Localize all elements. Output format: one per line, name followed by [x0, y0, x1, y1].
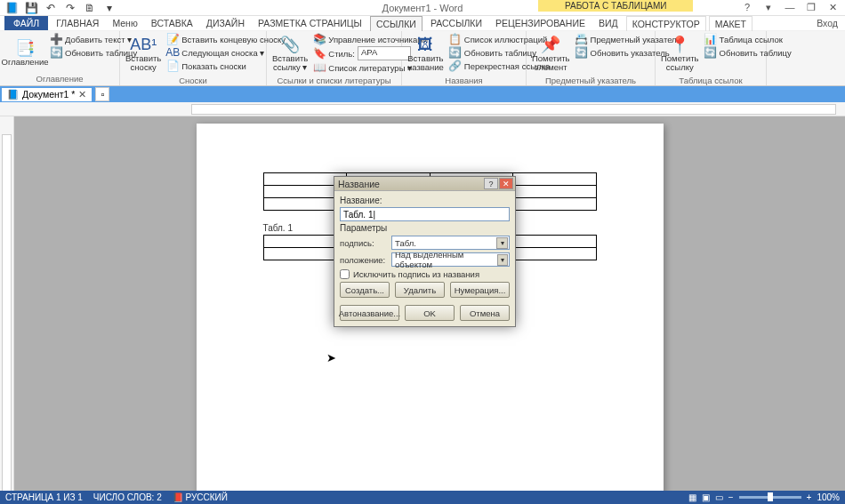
- doc-icon[interactable]: 🗎: [82, 1, 98, 15]
- mark-citation-icon: 📍: [670, 35, 689, 54]
- document-tabs: 📘 Документ1 * ✕ ▫: [0, 86, 845, 102]
- exclude-checkbox-row[interactable]: Исключить подпись из названия: [340, 269, 510, 279]
- dialog-close-icon[interactable]: ✕: [499, 178, 513, 189]
- dialog-body: Название: Параметры подпись: Табл. ▾ пол…: [334, 191, 515, 326]
- group-toc: 📑 Оглавление ➕Добавить текст ▾ 🔄Обновить…: [0, 31, 120, 85]
- numbering-button[interactable]: Нумерация...: [450, 282, 510, 298]
- group-citations: 📎 Вставить ссылку ▾ 📚Управление источник…: [267, 31, 402, 85]
- group-label: Таблица ссылок: [659, 75, 762, 85]
- refresh-icon: 🔄: [704, 46, 717, 59]
- delete-button[interactable]: Удалить: [395, 282, 445, 298]
- view-print-icon[interactable]: ▣: [702, 492, 710, 502]
- list-icon: 📋: [449, 33, 462, 45]
- dialog-help-icon[interactable]: ?: [484, 178, 498, 189]
- tab-maket[interactable]: МАКЕТ: [709, 16, 752, 31]
- caption-icon: 🖼: [415, 35, 435, 54]
- toc-icon: 📑: [15, 38, 35, 58]
- tab-file[interactable]: ФАЙЛ: [4, 16, 48, 30]
- citation-icon: 📎: [280, 35, 300, 54]
- chevron-down-icon[interactable]: ▾: [497, 254, 508, 266]
- endnote-icon: 📝: [166, 33, 179, 45]
- login-link[interactable]: Вход: [817, 18, 838, 28]
- group-toa: 📍 Пометить ссылку 📊Таблица ссылок 🔄Обнов…: [656, 31, 767, 85]
- tab-review[interactable]: РЕЦЕНЗИРОВАНИЕ: [490, 16, 591, 30]
- tab-design[interactable]: ДИЗАЙН: [201, 16, 250, 30]
- ruler-horizontal[interactable]: [0, 102, 845, 116]
- window-controls: ? ▾ — ❐ ✕: [740, 2, 845, 13]
- dialog-title-text: Название: [338, 179, 380, 189]
- minimize-button[interactable]: —: [783, 2, 797, 13]
- ribbon-options-icon[interactable]: ▾: [761, 2, 776, 13]
- help-button[interactable]: ?: [740, 2, 754, 13]
- close-button[interactable]: ✕: [825, 2, 840, 13]
- zoom-in-icon[interactable]: +: [807, 492, 812, 502]
- group-index: 📌 Пометить элемент 📇Предметный указатель…: [527, 31, 656, 85]
- save-icon[interactable]: 💾: [23, 1, 39, 15]
- tab-references[interactable]: ССЫЛКИ: [370, 16, 422, 31]
- next-icon: AB: [166, 46, 179, 59]
- ruler-vertical[interactable]: [0, 116, 14, 504]
- update-toa-button[interactable]: 🔄Обновить таблицу: [703, 46, 793, 59]
- insert-citation-button[interactable]: 📎 Вставить ссылку ▾: [270, 33, 310, 75]
- position-label: положение:: [340, 255, 388, 265]
- language-status[interactable]: 📕 РУССКИЙ: [173, 492, 228, 502]
- mark-entry-button[interactable]: 📌 Пометить элемент: [530, 33, 572, 75]
- group-footnotes: AB¹ Вставить сноску 📝Вставить концевую с…: [120, 31, 267, 85]
- tab-home[interactable]: ГЛАВНАЯ: [51, 16, 104, 30]
- view-read-icon[interactable]: ▦: [688, 492, 696, 502]
- tab-close-icon[interactable]: ✕: [78, 89, 86, 100]
- dialog-titlebar[interactable]: Название ? ✕: [334, 177, 515, 191]
- zoom-value[interactable]: 100%: [817, 492, 840, 502]
- ribbon: 📑 Оглавление ➕Добавить текст ▾ 🔄Обновить…: [0, 31, 845, 86]
- zoom-out-icon[interactable]: −: [728, 492, 734, 502]
- style-icon: 🔖: [313, 47, 326, 60]
- undo-icon[interactable]: ↶: [43, 1, 59, 15]
- ok-button[interactable]: OK: [405, 305, 455, 321]
- tab-mailings[interactable]: РАССЫЛКИ: [425, 16, 487, 30]
- new-tab-button[interactable]: ▫: [95, 87, 109, 101]
- group-captions: 🖼 Вставить название 📋Список иллюстраций …: [402, 31, 527, 85]
- name-label: Название:: [340, 196, 510, 205]
- autoname-button[interactable]: Автоназвание...: [340, 305, 399, 321]
- group-label: Названия: [406, 75, 522, 85]
- caption-dialog: Название ? ✕ Название: Параметры подпись…: [334, 176, 516, 327]
- tab-layout[interactable]: РАЗМЕТКА СТРАНИЦЫ: [253, 16, 367, 30]
- mark-citation-button[interactable]: 📍 Пометить ссылку: [659, 33, 701, 75]
- toc-button[interactable]: 📑 Оглавление: [4, 33, 46, 73]
- create-button[interactable]: Создать...: [340, 282, 390, 298]
- page-status[interactable]: СТРАНИЦА 1 ИЗ 1: [5, 492, 83, 502]
- sources-icon: 📚: [313, 33, 326, 45]
- titlebar: 📘 💾 ↶ ↷ 🗎 ▾ Документ1 - Word РАБОТА С ТА…: [0, 0, 845, 16]
- exclude-checkbox[interactable]: [340, 269, 350, 279]
- view-web-icon[interactable]: ▭: [715, 492, 723, 502]
- cancel-button[interactable]: Отмена: [460, 305, 510, 321]
- tab-view[interactable]: ВИД: [593, 16, 624, 30]
- maximize-button[interactable]: ❐: [804, 2, 818, 13]
- group-label: Предметный указатель: [530, 75, 651, 85]
- word-doc-icon: 📘: [7, 89, 19, 100]
- document-tab[interactable]: 📘 Документ1 * ✕: [2, 88, 92, 101]
- zoom-slider[interactable]: [739, 496, 801, 499]
- toa-icon: 📊: [704, 33, 717, 45]
- biblio-icon: 📖: [313, 61, 326, 74]
- refresh-icon: 🔄: [449, 46, 462, 59]
- caption-combo[interactable]: Табл. ▾: [391, 236, 510, 250]
- word-count[interactable]: ЧИСЛО СЛОВ: 2: [93, 492, 162, 502]
- footnote-icon: AB¹: [133, 35, 153, 54]
- chevron-down-icon[interactable]: ▾: [496, 237, 508, 249]
- index-icon: 📇: [575, 33, 588, 45]
- refresh-icon: 🔄: [50, 46, 62, 59]
- insert-caption-button[interactable]: 🖼 Вставить название: [406, 33, 446, 75]
- qat-more-icon[interactable]: ▾: [101, 1, 117, 15]
- window-title: Документ1 - Word: [382, 3, 463, 13]
- tab-constructor[interactable]: КОНСТРУКТОР: [626, 16, 706, 31]
- insert-footnote-button[interactable]: AB¹ Вставить сноску: [124, 33, 163, 75]
- tab-insert[interactable]: ВСТАВКА: [146, 16, 198, 30]
- word-icon: 📘: [4, 1, 20, 15]
- context-tab-header: РАБОТА С ТАБЛИЦАМИ: [538, 0, 693, 12]
- position-combo[interactable]: Над выделенным объектом ▾: [391, 252, 510, 267]
- table-of-authorities-button[interactable]: 📊Таблица ссылок: [703, 33, 793, 45]
- tab-menu[interactable]: Меню: [107, 16, 142, 30]
- name-input[interactable]: [340, 207, 510, 221]
- redo-icon[interactable]: ↷: [62, 1, 78, 15]
